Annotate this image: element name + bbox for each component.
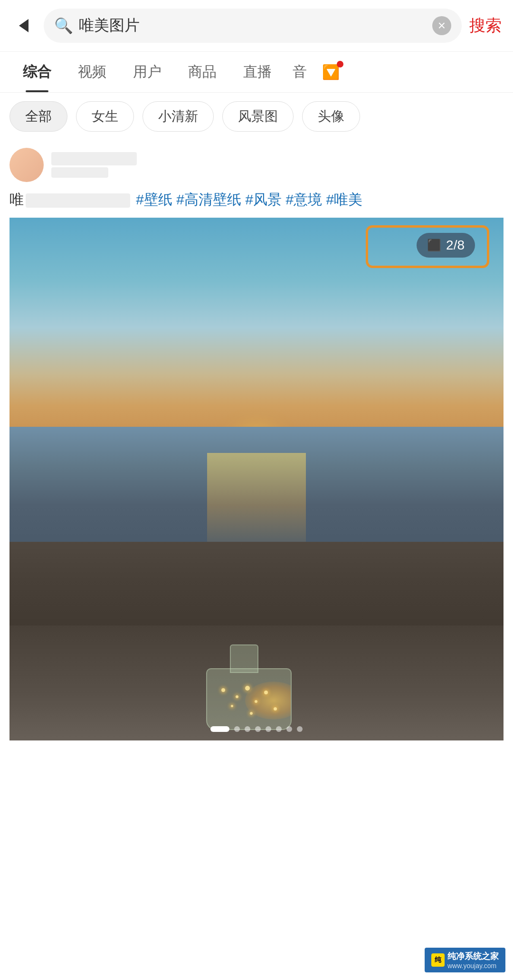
search-button[interactable]: 搜索	[469, 15, 502, 37]
light-dot	[250, 712, 253, 715]
dots-indicator	[210, 726, 303, 732]
post-blurred-text	[26, 193, 130, 208]
filter-notification-dot	[337, 61, 343, 67]
user-info	[51, 152, 137, 178]
filter-tags-bar: 全部 女生 小清新 风景图 头像	[0, 93, 513, 140]
tab-music[interactable]: 音	[285, 52, 314, 92]
search-icon: 🔍	[54, 17, 73, 35]
back-icon	[19, 19, 28, 32]
header: 🔍 搜索	[0, 0, 513, 52]
tab-filter[interactable]: 🔽	[314, 53, 347, 91]
avatar	[10, 148, 44, 182]
light-dot	[255, 700, 257, 703]
username	[51, 152, 137, 165]
light-dot	[231, 705, 233, 707]
dot-5	[266, 726, 271, 732]
dot-1	[210, 726, 229, 732]
tag-fresh[interactable]: 小清新	[142, 101, 214, 132]
bottle	[182, 635, 325, 730]
post-prefix: 唯	[10, 192, 24, 207]
image-card[interactable]: ⬛ 2/8	[10, 218, 504, 740]
dot-7	[286, 726, 292, 732]
filter-icon: 🔽	[322, 64, 340, 80]
tag-portrait[interactable]: 头像	[302, 101, 360, 132]
tag-landscape[interactable]: 风景图	[222, 101, 294, 132]
clear-button[interactable]	[432, 16, 451, 35]
tab-user[interactable]: 用户	[120, 52, 175, 92]
user-subtitle	[51, 167, 108, 178]
bottle-body	[206, 668, 292, 730]
dot-6	[276, 726, 282, 732]
tab-comprehensive[interactable]: 综合	[10, 52, 65, 92]
post-description: 唯 #壁纸 #高清壁纸 #风景 #意境 #唯美	[10, 189, 504, 210]
light-dot	[245, 686, 250, 691]
image-counter-badge: ⬛ 2/8	[417, 233, 475, 258]
light-dot	[274, 707, 277, 711]
light-dot	[236, 695, 238, 698]
light-dot	[264, 691, 268, 694]
watermark: 纯 纯净系统之家 www.youjay.com	[425, 948, 505, 972]
dot-4	[255, 726, 261, 732]
watermark-text: 纯净系统之家 www.youjay.com	[447, 951, 499, 970]
tab-live[interactable]: 直播	[230, 52, 285, 92]
search-bar: 🔍	[44, 9, 462, 43]
dot-8	[297, 726, 303, 732]
post-hashtags[interactable]: #壁纸 #高清壁纸 #风景 #意境 #唯美	[136, 192, 362, 207]
tag-girl[interactable]: 女生	[76, 101, 134, 132]
back-button[interactable]	[11, 13, 36, 38]
counter-text: 2/8	[446, 238, 465, 253]
post-section: 唯 #壁纸 #高清壁纸 #风景 #意境 #唯美	[0, 140, 513, 740]
shore	[10, 542, 504, 636]
light-dot	[221, 688, 225, 692]
watermark-icon: 纯	[431, 953, 445, 967]
tag-all[interactable]: 全部	[10, 101, 67, 132]
tab-product[interactable]: 商品	[175, 52, 230, 92]
tabs-bar: 综合 视频 用户 商品 直播 音 🔽	[0, 52, 513, 93]
search-input[interactable]	[79, 17, 427, 35]
dot-3	[245, 726, 250, 732]
post-header	[10, 148, 504, 182]
tab-video[interactable]: 视频	[65, 52, 120, 92]
dot-2	[234, 726, 240, 732]
counter-icon: ⬛	[427, 239, 441, 252]
